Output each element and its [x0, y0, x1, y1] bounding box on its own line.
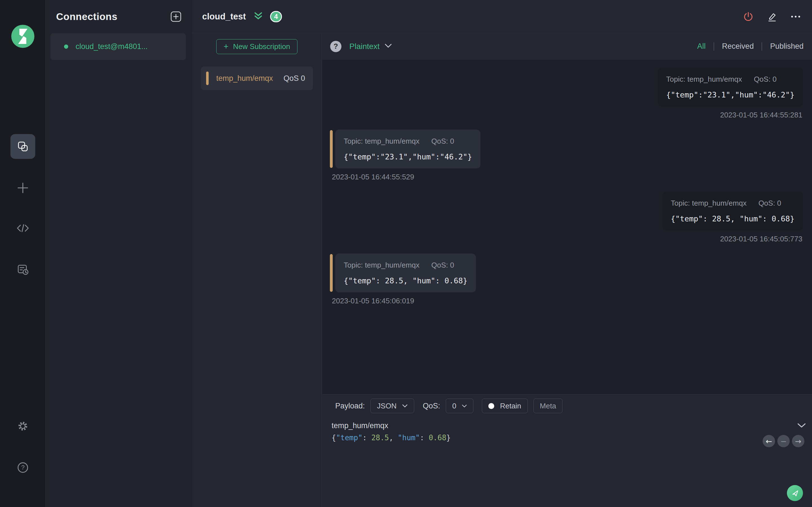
message-topic-color-bar [330, 130, 333, 168]
message-topic-label: Topic: temp_hum/emqx [671, 199, 747, 208]
message-topic-label: Topic: temp_hum/emqx [666, 75, 742, 83]
plus-icon: + [223, 42, 229, 51]
history-next-button[interactable]: → [792, 435, 804, 447]
subscriptions-header: + New Subscription [192, 34, 322, 59]
main-area: cloud_test 4 [192, 0, 812, 507]
message-bubble[interactable]: Topic: temp_hum/emqx QoS: 0 {"temp": 28.… [335, 253, 476, 292]
message-timestamp: 2023-01-05 16:44:55:281 [720, 111, 803, 119]
subscription-color-bar [206, 71, 209, 85]
subscription-qos: QoS 0 [283, 74, 305, 83]
send-plane-icon [790, 489, 800, 498]
nav-connections-active[interactable] [10, 134, 35, 159]
topic-input-row: temp_hum/emqx [332, 419, 806, 432]
connections-title: Connections [56, 11, 117, 22]
edit-pencil-icon [767, 11, 777, 22]
chevron-down-icon[interactable] [385, 44, 392, 49]
message-bubble[interactable]: Topic: temp_hum/emqx QoS: 0 {"temp":"23.… [335, 129, 480, 168]
meta-button[interactable]: Meta [534, 399, 563, 413]
payload-format-value: JSON [377, 402, 396, 410]
topic-input[interactable]: temp_hum/emqx [332, 421, 388, 430]
connection-content: + New Subscription temp_hum/emqx QoS 0 ?… [192, 34, 812, 507]
message-payload: {"temp": 28.5, "hum": 0.68} [671, 214, 795, 223]
payload-format-selector[interactable]: Plaintext [349, 42, 379, 51]
settings-gear-icon [16, 420, 29, 433]
svg-text:?: ? [21, 464, 24, 471]
payload-format-select[interactable]: JSON [370, 399, 414, 413]
new-connection-plus-icon [16, 181, 30, 194]
filter-published[interactable]: Published [770, 42, 804, 51]
nav-log[interactable] [16, 263, 30, 276]
filter-separator [714, 42, 714, 51]
message-bubble[interactable]: Topic: temp_hum/emqx QoS: 0 {"temp":"23.… [658, 68, 803, 107]
qos-label: QoS: [423, 402, 440, 410]
message-received: Topic: temp_hum/emqx QoS: 0 {"temp": 28.… [330, 253, 803, 305]
connections-icon [17, 140, 29, 153]
message-published: Topic: temp_hum/emqx QoS: 0 {"temp": 28.… [330, 191, 803, 243]
retain-dot-icon [488, 403, 494, 409]
connection-list-item[interactable]: cloud_test@m4801... [50, 33, 186, 60]
message-count-badge[interactable]: 4 [270, 11, 282, 22]
message-topic-label: Topic: temp_hum/emqx [344, 137, 419, 146]
qos-value: 0 [452, 402, 456, 410]
add-connection-button[interactable] [170, 11, 182, 22]
message-qos-label: QoS: 0 [758, 199, 781, 208]
subscription-list-item[interactable]: temp_hum/emqx QoS 0 [201, 66, 313, 90]
message-topic-label: Topic: temp_hum/emqx [344, 261, 419, 270]
chevron-down-icon [462, 404, 467, 407]
connection-name: cloud_test@m4801... [75, 42, 148, 51]
send-message-button[interactable] [787, 485, 803, 501]
nav-settings[interactable] [16, 419, 30, 433]
mqttx-logo-icon [11, 25, 35, 48]
message-timestamp: 2023-01-05 16:44:55:529 [330, 173, 414, 181]
message-received: Topic: temp_hum/emqx QoS: 0 {"temp":"23.… [330, 129, 803, 181]
payload-format-help-icon[interactable]: ? [330, 41, 342, 52]
filter-separator [762, 42, 762, 51]
messages-column: ? Plaintext All Received Published [322, 34, 812, 507]
message-qos-label: QoS: 0 [432, 137, 454, 146]
log-icon [16, 263, 29, 276]
message-qos-label: QoS: 0 [432, 261, 454, 270]
more-ellipsis-icon [790, 11, 801, 22]
payload-editor-line[interactable]: {"temp": 28.5, "hum": 0.68} [332, 434, 451, 442]
retain-label: Retain [500, 402, 521, 410]
message-timestamp: 2023-01-05 16:45:05:773 [720, 235, 803, 243]
connection-status-dot [64, 45, 68, 49]
chevron-down-icon [402, 404, 408, 407]
retain-toggle[interactable]: Retain [482, 399, 527, 413]
nav-help[interactable]: ? [16, 461, 30, 474]
filter-received[interactable]: Received [722, 42, 754, 51]
meta-label: Meta [540, 402, 556, 410]
message-list[interactable]: Topic: temp_hum/emqx QoS: 0 {"temp":"23.… [322, 60, 812, 394]
publish-panel: Payload: JSON QoS: 0 [322, 394, 812, 507]
collapse-panel-chevrons-icon[interactable] [253, 12, 263, 21]
connection-header: cloud_test 4 [192, 0, 812, 33]
disconnect-power-icon [743, 11, 754, 22]
history-prev-button[interactable]: ← [763, 435, 775, 447]
message-payload: {"temp": 28.5, "hum": 0.68} [344, 276, 467, 285]
message-filter-group: All Received Published [697, 42, 804, 51]
payload-label: Payload: [335, 402, 365, 410]
qos-select[interactable]: 0 [446, 399, 473, 413]
message-published: Topic: temp_hum/emqx QoS: 0 {"temp":"23.… [330, 68, 803, 119]
message-bubble[interactable]: Topic: temp_hum/emqx QoS: 0 {"temp": 28.… [662, 191, 803, 230]
message-topic-color-bar [330, 254, 333, 292]
nav-new-connection[interactable] [16, 181, 30, 194]
disconnect-button[interactable] [742, 10, 755, 23]
subscriptions-column: + New Subscription temp_hum/emqx QoS 0 [192, 34, 322, 507]
new-subscription-label: New Subscription [233, 42, 290, 51]
nav-script[interactable] [16, 221, 30, 235]
publish-controls: Payload: JSON QoS: 0 [335, 399, 562, 413]
new-subscription-button[interactable]: + New Subscription [216, 39, 297, 54]
message-qos-label: QoS: 0 [754, 75, 777, 83]
help-icon: ? [16, 461, 30, 474]
messages-toolbar: ? Plaintext All Received Published [322, 34, 812, 59]
filter-all[interactable]: All [697, 42, 706, 51]
collapse-editor-button[interactable]: − [777, 435, 790, 447]
script-code-icon [16, 222, 29, 235]
message-payload: {"temp":"23.1","hum":"46.2"} [666, 91, 795, 99]
connections-panel-header: Connections [46, 0, 192, 33]
connections-panel: Connections cloud_test@m4801... [46, 0, 192, 507]
expand-editor-chevron-icon[interactable] [797, 423, 806, 428]
more-options-button[interactable] [790, 10, 802, 23]
edit-connection-button[interactable] [766, 10, 778, 23]
